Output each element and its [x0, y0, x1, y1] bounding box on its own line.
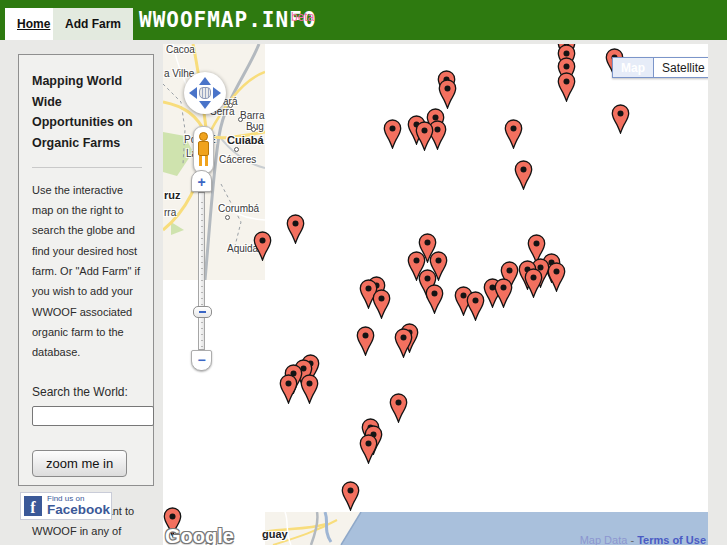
zoom-out-button[interactable]: −: [191, 350, 212, 371]
map-place-label: Cacoa: [166, 44, 195, 55]
town-dot-icon: [251, 127, 256, 132]
town-dot-icon: [225, 215, 230, 220]
town-dot-icon: [238, 117, 243, 122]
map-marker[interactable]: [383, 119, 402, 149]
terms-of-use-link[interactable]: Terms of Use: [637, 534, 706, 545]
map-marker[interactable]: [359, 434, 378, 464]
tab-add-farm[interactable]: Add Farm: [53, 8, 133, 40]
pan-hand-icon: [199, 87, 211, 99]
header-bar: Home Add Farm WWOOFMAP.INFO beta: [0, 0, 727, 40]
map-marker[interactable]: [279, 374, 298, 404]
map-type-map-button[interactable]: Map: [613, 58, 654, 77]
map-marker[interactable]: [494, 278, 513, 308]
sidebar-panel: Mapping World Wide Opportunities on Orga…: [18, 54, 154, 486]
map-marker[interactable]: [286, 214, 305, 244]
attribution-separator: -: [627, 534, 637, 545]
search-input[interactable]: [32, 406, 154, 426]
tab-home-label: Home: [17, 17, 50, 31]
zoom-slider-track[interactable]: [198, 192, 205, 350]
map-marker[interactable]: [611, 104, 630, 134]
map-marker[interactable]: [356, 326, 375, 356]
zoom-in-button[interactable]: +: [191, 170, 212, 192]
map-type-satellite-button[interactable]: Satellite: [654, 58, 708, 77]
tab-add-farm-label: Add Farm: [65, 17, 121, 31]
map-marker[interactable]: [394, 328, 413, 358]
pan-down-arrow[interactable]: [199, 101, 211, 109]
map-marker[interactable]: [372, 289, 391, 319]
map-canvas[interactable]: Cacoaa VilhearáSerraBarraBugPoELaCuiabáC…: [163, 44, 708, 545]
beta-badge: beta: [291, 10, 314, 24]
map-data-text: Map Data: [580, 534, 628, 545]
map-marker[interactable]: [547, 262, 566, 292]
zoom-me-in-button[interactable]: zoom me in: [32, 450, 127, 477]
map-attribution: Map Data - Terms of Use: [580, 534, 706, 545]
pan-control[interactable]: [184, 72, 226, 114]
map-marker[interactable]: [253, 231, 272, 261]
pan-up-arrow[interactable]: [199, 77, 211, 85]
pegman-icon: [199, 132, 208, 141]
pan-right-arrow[interactable]: [213, 87, 221, 99]
map-marker[interactable]: [438, 79, 457, 109]
facebook-badge-text: Find us on Facebook: [47, 495, 110, 518]
zoom-slider-handle[interactable]: [193, 306, 212, 318]
sidebar-divider: [32, 167, 142, 168]
facebook-badge[interactable]: f Find us on Facebook: [20, 492, 112, 520]
zoom-slider-ticks: [201, 197, 203, 347]
map-marker[interactable]: [557, 72, 576, 102]
google-logo[interactable]: Google: [165, 525, 234, 545]
map-place-label: ruz: [164, 189, 181, 201]
map-marker[interactable]: [415, 121, 434, 151]
map-place-label: Corumbá: [218, 203, 259, 214]
map-marker[interactable]: [504, 119, 523, 149]
town-dot-icon: [234, 147, 239, 152]
search-label: Search the World:: [32, 385, 142, 399]
sidebar-intro-text: Use the interactive map on the right to …: [32, 180, 142, 363]
map-place-label: rra: [164, 207, 176, 218]
sidebar-heading: Mapping World Wide Opportunities on Orga…: [32, 71, 142, 154]
map-place-label: Cáceres: [219, 154, 256, 165]
map-place-label: Barra: [240, 110, 264, 121]
map-marker[interactable]: [425, 284, 444, 314]
map-marker[interactable]: [389, 393, 408, 423]
map-place-label: guay: [262, 528, 288, 540]
site-title: WWOOFMAP.INFO: [139, 8, 316, 32]
facebook-icon: f: [24, 496, 42, 516]
map-marker[interactable]: [300, 374, 319, 404]
map-type-control: Map Satellite: [612, 57, 708, 78]
map-marker[interactable]: [514, 160, 533, 190]
map-marker[interactable]: [466, 291, 485, 321]
pegman-control[interactable]: [193, 126, 214, 174]
pan-left-arrow[interactable]: [189, 87, 197, 99]
facebook-wordmark: Facebook: [47, 503, 110, 517]
page: Home Add Farm WWOOFMAP.INFO beta Mapping…: [0, 0, 727, 545]
town-dot-icon: [228, 103, 233, 108]
map-place-label: Cuiabá: [227, 134, 264, 146]
map-marker[interactable]: [341, 481, 360, 511]
map-marker[interactable]: [524, 268, 543, 298]
